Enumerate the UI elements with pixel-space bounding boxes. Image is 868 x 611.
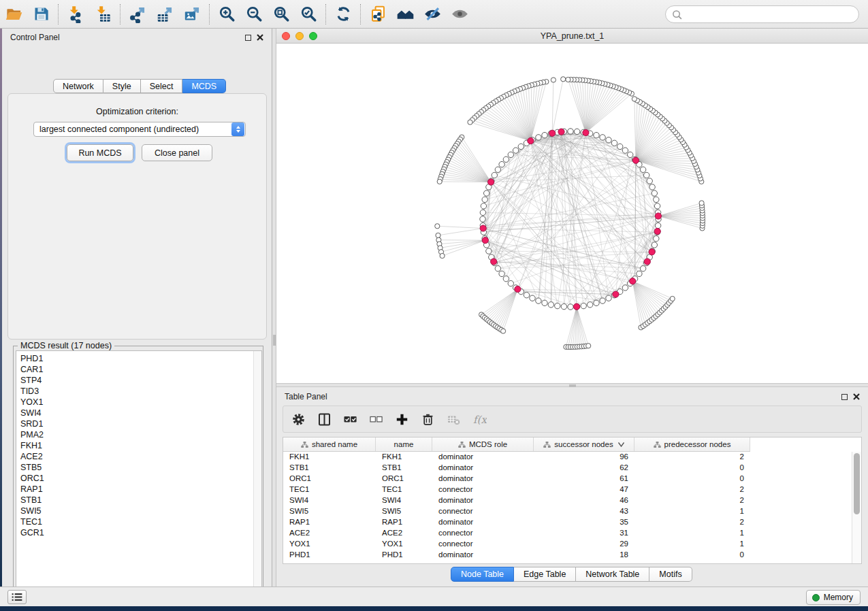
- tab-network-table[interactable]: Network Table: [576, 567, 649, 582]
- tab-network[interactable]: Network: [53, 79, 103, 93]
- table-cell: 1: [634, 506, 750, 517]
- tab-node-table[interactable]: Node Table: [451, 567, 514, 582]
- table-row[interactable]: PHD1PHD1dominator180: [283, 550, 750, 561]
- mcds-result-item[interactable]: FKH1: [20, 440, 261, 451]
- table-row[interactable]: STB1STB1dominator620: [283, 463, 750, 474]
- mcds-nodes: [480, 129, 661, 310]
- float-panel-icon[interactable]: [245, 35, 251, 41]
- hide-selected-icon[interactable]: [419, 3, 446, 26]
- zoom-in-icon[interactable]: [213, 3, 240, 26]
- show-all-icon[interactable]: [446, 3, 473, 26]
- float-table-panel-icon[interactable]: [841, 394, 848, 400]
- table-cell: 31: [534, 528, 634, 539]
- delete-table-icon[interactable]: [447, 412, 461, 427]
- split-panel-icon[interactable]: [317, 412, 332, 427]
- mcds-result-item[interactable]: TID3: [20, 386, 261, 397]
- column-header-name[interactable]: name: [376, 437, 432, 451]
- tab-style[interactable]: Style: [103, 79, 141, 93]
- close-panel-icon[interactable]: [257, 34, 263, 41]
- mcds-result-item[interactable]: SRD1: [20, 418, 261, 429]
- mcds-result-item[interactable]: STB1: [20, 495, 261, 506]
- mcds-result-item[interactable]: STB5: [20, 462, 261, 473]
- search-input[interactable]: [665, 5, 859, 23]
- mcds-result-item[interactable]: PMA2: [20, 429, 261, 440]
- tab-mcds[interactable]: MCDS: [182, 79, 226, 93]
- column-header-MCDS-role[interactable]: MCDS role: [432, 437, 534, 451]
- select-all-icon[interactable]: [343, 412, 357, 427]
- org-chart-icon: [654, 441, 661, 448]
- table-row[interactable]: FKH1FKH1dominator962: [283, 452, 750, 463]
- table-cell: STB1: [376, 463, 432, 474]
- tab-edge-table[interactable]: Edge Table: [514, 567, 576, 582]
- mcds-result-item[interactable]: ACE2: [20, 451, 261, 462]
- column-header-shared-name[interactable]: shared name: [283, 437, 376, 451]
- tab-select[interactable]: Select: [141, 79, 183, 93]
- table-row[interactable]: ACE2ACE2connector311: [283, 528, 750, 539]
- table-cell: 35: [534, 517, 634, 528]
- table-cell: 2: [634, 452, 750, 463]
- memory-status-icon: [812, 594, 820, 601]
- table-cell: PHD1: [283, 550, 376, 561]
- mcds-result-item[interactable]: STP4: [20, 375, 261, 386]
- table-scrollbar[interactable]: [852, 452, 861, 564]
- save-session-icon[interactable]: [27, 3, 54, 26]
- table-row[interactable]: SWI4SWI4dominator462: [283, 495, 750, 506]
- zoom-fit-icon[interactable]: [268, 3, 295, 26]
- duplicate-network-icon[interactable]: [364, 3, 391, 26]
- function-builder-icon[interactable]: f(x): [472, 412, 487, 427]
- close-panel-button[interactable]: Close panel: [142, 144, 212, 161]
- search-icon: [672, 10, 682, 20]
- export-image-icon[interactable]: [178, 3, 206, 26]
- mcds-result-item[interactable]: YOX1: [20, 397, 261, 408]
- table-panel: Table Panel f(x) shared namenameMCDS rol…: [276, 387, 868, 587]
- mcds-result-item[interactable]: SWI4: [20, 408, 261, 418]
- import-table-icon[interactable]: [89, 3, 116, 26]
- deselect-all-icon[interactable]: [369, 412, 383, 427]
- table-cell: dominator: [432, 474, 534, 484]
- import-network-icon[interactable]: [62, 3, 89, 26]
- table-row[interactable]: TEC1TEC1connector472: [283, 484, 750, 495]
- table-scrollbar-thumb[interactable]: [854, 453, 860, 514]
- mcds-result-item[interactable]: GCR1: [20, 527, 261, 538]
- first-neighbors-icon[interactable]: [391, 3, 419, 26]
- table-cell: 2: [634, 495, 750, 506]
- table-row[interactable]: YOX1YOX1connector291: [283, 539, 750, 550]
- delete-column-icon[interactable]: [421, 412, 435, 427]
- mcds-result-item[interactable]: CAR1: [20, 364, 261, 375]
- run-mcds-button[interactable]: Run MCDS: [67, 144, 133, 161]
- network-window-titlebar[interactable]: YPA_prune.txt_1: [276, 29, 868, 44]
- mcds-list-scrollbar[interactable]: [253, 351, 261, 597]
- node-table-header[interactable]: shared namenameMCDS rolesuccessor nodesp…: [283, 437, 750, 452]
- network-canvas[interactable]: [276, 44, 868, 383]
- table-cell: 29: [534, 539, 634, 550]
- tab-motifs[interactable]: Motifs: [649, 567, 692, 582]
- mcds-result-item[interactable]: SWI5: [20, 506, 261, 516]
- open-file-icon[interactable]: [0, 3, 27, 26]
- zoom-out-icon[interactable]: [240, 3, 268, 26]
- mcds-result-item[interactable]: TEC1: [20, 516, 261, 527]
- mcds-result-item[interactable]: RAP1: [20, 484, 261, 495]
- memory-button[interactable]: Memory: [806, 590, 861, 605]
- node-table[interactable]: shared namenameMCDS rolesuccessor nodesp…: [283, 437, 862, 564]
- column-header-predecessor-nodes[interactable]: predecessor nodes: [634, 437, 750, 451]
- refresh-icon[interactable]: [329, 3, 357, 26]
- svg-text:f(x): f(x): [473, 413, 487, 425]
- table-row[interactable]: ORC1ORC1dominator610: [283, 474, 750, 484]
- network-view-panel: YPA_prune.txt_1: [276, 29, 868, 383]
- table-row[interactable]: SWI5SWI5connector431: [283, 506, 750, 517]
- mcds-result-list[interactable]: PHD1CAR1STP4TID3YOX1SWI4SRD1PMA2FKH1ACE2…: [16, 350, 262, 597]
- network-window-title: YPA_prune.txt_1: [276, 31, 868, 41]
- table-cell: dominator: [432, 495, 534, 506]
- add-column-icon[interactable]: [395, 412, 409, 427]
- export-table-icon[interactable]: [151, 3, 178, 26]
- close-table-panel-icon[interactable]: [853, 393, 860, 400]
- mcds-result-item[interactable]: PHD1: [20, 353, 261, 364]
- table-row[interactable]: RAP1RAP1dominator352: [283, 517, 750, 528]
- column-header-successor-nodes[interactable]: successor nodes: [534, 437, 634, 451]
- task-history-button[interactable]: [7, 590, 27, 604]
- gear-icon[interactable]: [291, 412, 306, 427]
- zoom-selected-icon[interactable]: [295, 3, 322, 26]
- mcds-result-item[interactable]: ORC1: [20, 473, 261, 484]
- criterion-dropdown[interactable]: largest connected component (undirected): [33, 122, 246, 137]
- export-network-icon[interactable]: [124, 3, 151, 26]
